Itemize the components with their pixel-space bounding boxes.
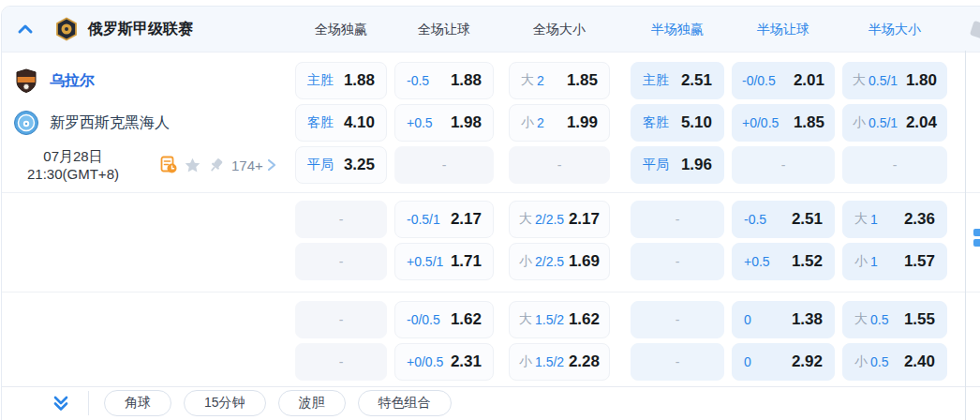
chevron-up-icon (17, 22, 34, 37)
right-column-divider (965, 51, 966, 420)
odds-cell-ht-handicap-away[interactable]: +0.51.52 (732, 243, 835, 280)
footer-divider (88, 391, 89, 415)
odds-cell-empty: - (631, 201, 724, 238)
odds-row: 平局3.25 - - 平局1.96 - - (295, 146, 947, 184)
odds-cell-ft-handicap-away[interactable]: +0.5/11.71 (394, 243, 494, 280)
odds-cell-ht-draw[interactable]: 平局1.96 (631, 146, 724, 184)
compare-icon-bar (973, 239, 980, 247)
betting-odds-widget: 俄罗斯甲级联赛 全场独赢 全场让球 全场大小 半场独赢 半场让球 半场大小 (0, 0, 980, 420)
odds-cell-ft-over[interactable]: 大1.5/21.62 (509, 301, 610, 338)
match-time: 21:30(GMT+8) (11, 165, 135, 183)
odds-cell-empty: - (394, 146, 494, 184)
odds-cell-ft-over[interactable]: 大2/2.52.17 (509, 201, 610, 238)
league-title: 俄罗斯甲级联赛 (88, 20, 193, 39)
match-meta-row: 07月28日 21:30(GMT+8) (2, 146, 295, 184)
expand-more-button[interactable] (51, 394, 71, 412)
extra-markets-bar: 角球 15分钟 波胆 特色组合 (2, 386, 980, 419)
odds-row: 客胜4.10 +0.51.98 小21.99 客胜5.10 +0/0.51.85… (295, 104, 947, 142)
odds-row: - +0.5/11.71 小2/2.51.69 - +0.51.52 小11.5… (295, 243, 947, 280)
odds-cell-empty: - (295, 343, 387, 381)
odds-cell-ht-over[interactable]: 大12.36 (842, 201, 947, 238)
odds-cell-empty: - (509, 146, 610, 184)
odds-cell-empty: - (295, 243, 387, 280)
league-header: 俄罗斯甲级联赛 全场独赢 全场让球 全场大小 半场独赢 半场让球 半场大小 (2, 7, 980, 52)
odds-cell-ht-under[interactable]: 小11.57 (842, 243, 947, 280)
odds-cell-ft-handicap-away[interactable]: +0.51.98 (394, 104, 494, 142)
odds-cell-empty: - (295, 301, 387, 338)
chevron-right-icon[interactable] (266, 158, 277, 172)
odds-section-alt-1: - -0.5/12.17 大2/2.52.17 - -0.52.51 大12.3… (2, 192, 980, 292)
odds-cell-ft-under[interactable]: 小1.5/22.28 (509, 343, 610, 381)
extra-market-tabs: 角球 15分钟 波胆 特色组合 (104, 390, 452, 416)
odds-row: - -0/0.51.62 大1.5/21.62 - 01.38 大0.51.55 (295, 301, 947, 338)
odds-cell-ft-handicap-home[interactable]: -0.51.88 (394, 62, 494, 99)
col-header-ft-handicap: 全场让球 (394, 7, 494, 52)
odds-cell-ht-handicap-home[interactable]: -0/0.52.01 (732, 62, 835, 99)
odds-cell-ht-handicap-away[interactable]: 02.92 (732, 343, 835, 381)
odds-cell-ht-over[interactable]: 大0.5/11.80 (842, 62, 947, 99)
compare-icon-bar (973, 229, 980, 236)
odds-cell-ht-home-win[interactable]: 主胜2.51 (631, 62, 724, 99)
col-header-ht-1x2: 半场独赢 (631, 7, 724, 52)
odds-cell-empty: - (631, 243, 724, 280)
double-chevron-down-icon (52, 396, 69, 412)
pin-icon[interactable] (207, 157, 225, 174)
league-header-left: 俄罗斯甲级联赛 (2, 17, 295, 41)
home-team-row[interactable]: 乌拉尔 (2, 62, 295, 99)
home-team-name: 乌拉尔 (50, 71, 95, 91)
tab-correct-score[interactable]: 波胆 (278, 390, 346, 416)
away-team-name: 新罗西斯克黑海人 (50, 113, 170, 133)
collapse-button[interactable] (15, 19, 36, 39)
tab-special-combo[interactable]: 特色组合 (358, 390, 452, 416)
odds-cell-empty: - (631, 301, 724, 338)
odds-cell-ft-under[interactable]: 小2/2.51.69 (509, 243, 610, 280)
tab-corners[interactable]: 角球 (104, 390, 171, 416)
match-stats-icon[interactable] (159, 156, 178, 174)
odds-rows-alt-2: - -0/0.51.62 大1.5/21.62 - 01.38 大0.51.55… (295, 301, 947, 381)
odds-cell-ht-away-win[interactable]: 客胜5.10 (631, 104, 724, 142)
away-team-crest-icon (13, 110, 39, 136)
match-odds-card: 俄罗斯甲级联赛 全场独赢 全场让球 全场大小 半场独赢 半场让球 半场大小 (1, 6, 980, 420)
odds-cell-ft-home-win[interactable]: 主胜1.88 (295, 62, 387, 99)
odds-cell-empty: - (842, 146, 947, 184)
partial-compare-icon[interactable] (973, 229, 980, 247)
odds-cell-ft-handicap-home[interactable]: -0.5/12.17 (394, 201, 494, 238)
league-badge-icon (54, 17, 79, 41)
col-header-ht-handicap: 半场让球 (732, 7, 835, 52)
odds-row: 主胜1.88 -0.51.88 大21.85 主胜2.51 -0/0.52.01… (295, 62, 947, 99)
odds-cell-ht-handicap-away[interactable]: +0/0.51.85 (732, 104, 835, 142)
odds-cell-ft-under[interactable]: 小21.99 (509, 104, 610, 142)
odds-rows-main: 主胜1.88 -0.51.88 大21.85 主胜2.51 -0/0.52.01… (295, 62, 947, 184)
tab-15min[interactable]: 15分钟 (184, 390, 266, 416)
col-header-ht-overunder: 半场大小 (842, 7, 947, 52)
favorite-star-icon[interactable] (184, 157, 201, 174)
col-header-ft-1x2: 全场独赢 (295, 7, 387, 52)
odds-cell-ft-handicap-away[interactable]: +0/0.52.31 (394, 343, 494, 381)
odds-cell-ft-draw[interactable]: 平局3.25 (295, 146, 387, 184)
odds-cell-ht-under[interactable]: 小0.5/12.04 (842, 104, 947, 142)
odds-cell-ft-handicap-home[interactable]: -0/0.51.62 (394, 301, 494, 338)
odds-cell-ht-over[interactable]: 大0.51.55 (842, 301, 947, 338)
odds-row: - -0.5/12.17 大2/2.52.17 - -0.52.51 大12.3… (295, 201, 947, 238)
odds-cell-empty: - (732, 146, 835, 184)
odds-rows-alt-1: - -0.5/12.17 大2/2.52.17 - -0.52.51 大12.3… (295, 201, 947, 280)
match-date: 07月28日 (11, 147, 135, 165)
match-datetime: 07月28日 21:30(GMT+8) (11, 147, 135, 183)
odds-cell-ft-over[interactable]: 大21.85 (509, 62, 610, 99)
odds-section-main: 乌拉尔 新罗西斯克黑海人 07月28日 (2, 52, 980, 192)
left-spacer (2, 301, 295, 381)
odds-cell-ht-handicap-home[interactable]: -0.52.51 (732, 201, 835, 238)
odds-cell-empty: - (295, 201, 387, 238)
odds-cell-ht-handicap-home[interactable]: 01.38 (732, 301, 835, 338)
markets-count[interactable]: 174+ (231, 158, 263, 173)
odds-row: - +0/0.52.31 小1.5/22.28 - 02.92 小0.52.40 (295, 343, 947, 381)
odds-cell-empty: - (631, 343, 724, 381)
away-team-row[interactable]: 新罗西斯克黑海人 (2, 104, 295, 142)
match-info-panel: 乌拉尔 新罗西斯克黑海人 07月28日 (2, 62, 295, 184)
odds-cell-ft-away-win[interactable]: 客胜4.10 (295, 104, 387, 142)
odds-cell-ht-under[interactable]: 小0.52.40 (842, 343, 947, 381)
home-team-crest-icon (13, 68, 39, 94)
col-header-ft-overunder: 全场大小 (509, 7, 610, 52)
odds-section-alt-2: - -0/0.51.62 大1.5/21.62 - 01.38 大0.51.55… (2, 292, 980, 386)
left-spacer (2, 201, 295, 280)
